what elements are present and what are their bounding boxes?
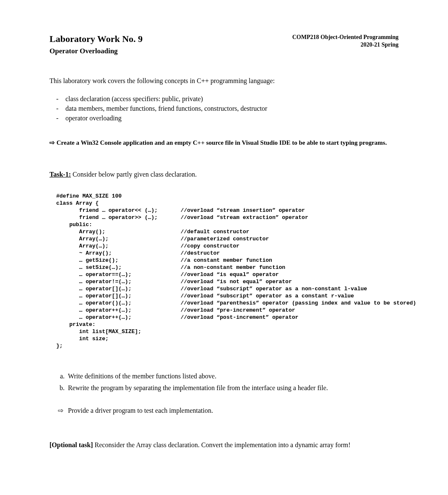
list-item: class declaration (access specifiers: pu… xyxy=(56,94,399,104)
page-header: COMP218 Object-Oriented Programming 2020… xyxy=(292,34,399,49)
instruction-line: ⇨ Create a Win32 Console application and… xyxy=(49,139,399,146)
term-label: 2020-21 Spring xyxy=(292,41,399,49)
code-block: #define MAX_SIZE 100 class Array { frien… xyxy=(56,193,399,349)
subtasks-list: Write definitions of the member function… xyxy=(66,370,399,394)
driver-line: ⇨Provide a driver program to test each i… xyxy=(58,406,399,414)
intro-paragraph: This laboratory work covers the followin… xyxy=(49,77,399,85)
course-label: COMP218 Object-Oriented Programming xyxy=(292,34,399,41)
arrow-right-open-icon: ⇨ xyxy=(58,406,68,414)
task-heading: Task-1: Consider below partly given clas… xyxy=(49,171,399,178)
list-item: Write definitions of the member function… xyxy=(66,370,399,382)
task-text: Consider below partly given class declar… xyxy=(71,171,197,178)
list-item: operator overloading xyxy=(56,113,399,123)
driver-text: Provide a driver program to test each im… xyxy=(68,407,213,414)
optional-label: [Optional task] xyxy=(49,441,93,448)
instruction-text: Create a Win32 Console application and a… xyxy=(57,139,387,146)
list-item: Rewrite the program by separating the im… xyxy=(66,382,399,394)
concepts-list: class declaration (access specifiers: pu… xyxy=(56,94,399,123)
optional-task: [Optional task] Reconsider the Array cla… xyxy=(49,441,399,449)
optional-text: Reconsider the Array class declaration. … xyxy=(93,441,351,448)
document-page: COMP218 Object-Oriented Programming 2020… xyxy=(0,34,448,482)
list-item: data members, member functions, friend f… xyxy=(56,104,399,113)
task-label: Task-1: xyxy=(49,171,71,178)
arrow-right-icon: ⇨ xyxy=(49,139,57,146)
